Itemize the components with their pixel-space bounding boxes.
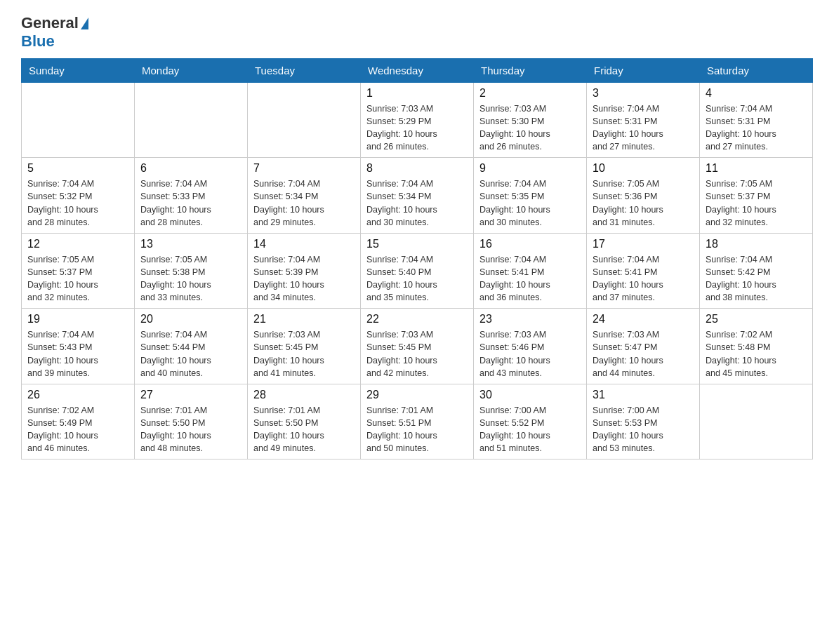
day-info: Sunrise: 7:03 AM Sunset: 5:45 PM Dayligh…: [366, 328, 468, 380]
calendar-cell: 8Sunrise: 7:04 AM Sunset: 5:34 PM Daylig…: [361, 158, 474, 234]
column-header-monday: Monday: [135, 58, 248, 82]
calendar-cell: 25Sunrise: 7:02 AM Sunset: 5:48 PM Dayli…: [700, 309, 813, 384]
day-number: 21: [253, 313, 355, 326]
calendar-cell: 15Sunrise: 7:04 AM Sunset: 5:40 PM Dayli…: [361, 233, 474, 309]
day-info: Sunrise: 7:05 AM Sunset: 5:38 PM Dayligh…: [140, 253, 241, 304]
day-info: Sunrise: 7:01 AM Sunset: 5:50 PM Dayligh…: [140, 404, 241, 455]
column-header-thursday: Thursday: [474, 58, 587, 82]
calendar-cell: 29Sunrise: 7:01 AM Sunset: 5:51 PM Dayli…: [361, 384, 474, 459]
calendar-cell: 13Sunrise: 7:05 AM Sunset: 5:38 PM Dayli…: [135, 233, 248, 309]
day-info: Sunrise: 7:03 AM Sunset: 5:30 PM Dayligh…: [479, 102, 581, 154]
day-info: Sunrise: 7:04 AM Sunset: 5:39 PM Dayligh…: [253, 253, 355, 304]
day-number: 19: [27, 313, 128, 326]
day-info: Sunrise: 7:02 AM Sunset: 5:49 PM Dayligh…: [27, 404, 128, 455]
calendar-cell: 19Sunrise: 7:04 AM Sunset: 5:43 PM Dayli…: [22, 309, 135, 384]
day-info: Sunrise: 7:00 AM Sunset: 5:52 PM Dayligh…: [479, 404, 581, 455]
calendar-cell: 12Sunrise: 7:05 AM Sunset: 5:37 PM Dayli…: [22, 233, 135, 309]
calendar-table: SundayMondayTuesdayWednesdayThursdayFrid…: [21, 58, 813, 460]
logo: General Blue: [21, 14, 88, 51]
day-number: 30: [479, 389, 581, 401]
day-info: Sunrise: 7:04 AM Sunset: 5:35 PM Dayligh…: [479, 177, 581, 229]
calendar-cell: [135, 82, 248, 158]
day-number: 6: [140, 162, 241, 175]
day-number: 20: [140, 313, 241, 326]
logo-blue-text: Blue: [21, 32, 88, 51]
day-number: 23: [479, 313, 581, 326]
calendar-cell: 24Sunrise: 7:03 AM Sunset: 5:47 PM Dayli…: [587, 309, 700, 384]
calendar-cell: 21Sunrise: 7:03 AM Sunset: 5:45 PM Dayli…: [248, 309, 361, 384]
logo-general-text: General: [21, 14, 88, 32]
day-number: 22: [366, 313, 468, 326]
calendar-cell: 1Sunrise: 7:03 AM Sunset: 5:29 PM Daylig…: [361, 82, 474, 158]
calendar-cell: 20Sunrise: 7:04 AM Sunset: 5:44 PM Dayli…: [135, 309, 248, 384]
day-info: Sunrise: 7:04 AM Sunset: 5:33 PM Dayligh…: [140, 177, 241, 229]
day-number: 14: [253, 238, 355, 250]
day-info: Sunrise: 7:03 AM Sunset: 5:29 PM Dayligh…: [366, 102, 468, 154]
calendar-cell: 6Sunrise: 7:04 AM Sunset: 5:33 PM Daylig…: [135, 158, 248, 234]
day-info: Sunrise: 7:04 AM Sunset: 5:31 PM Dayligh…: [706, 102, 807, 154]
calendar-cell: 5Sunrise: 7:04 AM Sunset: 5:32 PM Daylig…: [22, 158, 135, 234]
calendar-cell: 7Sunrise: 7:04 AM Sunset: 5:34 PM Daylig…: [248, 158, 361, 234]
day-number: 8: [366, 162, 468, 175]
day-info: Sunrise: 7:03 AM Sunset: 5:45 PM Dayligh…: [253, 328, 355, 380]
day-info: Sunrise: 7:05 AM Sunset: 5:37 PM Dayligh…: [27, 253, 128, 304]
day-info: Sunrise: 7:04 AM Sunset: 5:41 PM Dayligh…: [593, 253, 694, 304]
day-number: 3: [593, 87, 694, 100]
calendar-cell: 3Sunrise: 7:04 AM Sunset: 5:31 PM Daylig…: [587, 82, 700, 158]
day-number: 28: [253, 389, 355, 401]
day-number: 9: [479, 162, 581, 175]
calendar-cell: 18Sunrise: 7:04 AM Sunset: 5:42 PM Dayli…: [700, 233, 813, 309]
day-info: Sunrise: 7:00 AM Sunset: 5:53 PM Dayligh…: [593, 404, 694, 455]
calendar-cell: 10Sunrise: 7:05 AM Sunset: 5:36 PM Dayli…: [587, 158, 700, 234]
calendar-cell: [700, 384, 813, 459]
calendar-cell: 27Sunrise: 7:01 AM Sunset: 5:50 PM Dayli…: [135, 384, 248, 459]
day-number: 1: [366, 87, 468, 100]
day-number: 18: [706, 238, 807, 250]
day-number: 2: [479, 87, 581, 100]
day-number: 27: [140, 389, 241, 401]
calendar-week-3: 12Sunrise: 7:05 AM Sunset: 5:37 PM Dayli…: [22, 233, 813, 309]
day-number: 11: [706, 162, 807, 175]
logo-triangle-icon: [81, 18, 88, 29]
calendar-cell: 4Sunrise: 7:04 AM Sunset: 5:31 PM Daylig…: [700, 82, 813, 158]
calendar-cell: 31Sunrise: 7:00 AM Sunset: 5:53 PM Dayli…: [587, 384, 700, 459]
calendar-cell: 22Sunrise: 7:03 AM Sunset: 5:45 PM Dayli…: [361, 309, 474, 384]
day-info: Sunrise: 7:04 AM Sunset: 5:34 PM Dayligh…: [253, 177, 355, 229]
column-header-tuesday: Tuesday: [248, 58, 361, 82]
calendar-cell: 16Sunrise: 7:04 AM Sunset: 5:41 PM Dayli…: [474, 233, 587, 309]
day-info: Sunrise: 7:03 AM Sunset: 5:46 PM Dayligh…: [479, 328, 581, 380]
day-number: 26: [27, 389, 128, 401]
day-info: Sunrise: 7:02 AM Sunset: 5:48 PM Dayligh…: [706, 328, 807, 380]
column-header-friday: Friday: [587, 58, 700, 82]
day-info: Sunrise: 7:04 AM Sunset: 5:42 PM Dayligh…: [706, 253, 807, 304]
page-header: General Blue: [21, 14, 813, 51]
day-number: 25: [706, 313, 807, 326]
calendar-cell: [248, 82, 361, 158]
day-info: Sunrise: 7:05 AM Sunset: 5:36 PM Dayligh…: [593, 177, 694, 229]
day-info: Sunrise: 7:03 AM Sunset: 5:47 PM Dayligh…: [593, 328, 694, 380]
calendar-week-5: 26Sunrise: 7:02 AM Sunset: 5:49 PM Dayli…: [22, 384, 813, 459]
day-number: 12: [27, 238, 128, 250]
day-number: 13: [140, 238, 241, 250]
logo-container: General Blue: [21, 14, 88, 51]
day-info: Sunrise: 7:04 AM Sunset: 5:44 PM Dayligh…: [140, 328, 241, 380]
day-info: Sunrise: 7:04 AM Sunset: 5:34 PM Dayligh…: [366, 177, 468, 229]
day-info: Sunrise: 7:04 AM Sunset: 5:31 PM Dayligh…: [593, 102, 694, 154]
day-number: 4: [706, 87, 807, 100]
day-number: 5: [27, 162, 128, 175]
calendar-week-1: 1Sunrise: 7:03 AM Sunset: 5:29 PM Daylig…: [22, 82, 813, 158]
day-info: Sunrise: 7:05 AM Sunset: 5:37 PM Dayligh…: [706, 177, 807, 229]
day-info: Sunrise: 7:04 AM Sunset: 5:41 PM Dayligh…: [479, 253, 581, 304]
column-header-wednesday: Wednesday: [361, 58, 474, 82]
calendar-cell: 26Sunrise: 7:02 AM Sunset: 5:49 PM Dayli…: [22, 384, 135, 459]
day-number: 16: [479, 238, 581, 250]
calendar-week-4: 19Sunrise: 7:04 AM Sunset: 5:43 PM Dayli…: [22, 309, 813, 384]
day-number: 17: [593, 238, 694, 250]
column-header-saturday: Saturday: [700, 58, 813, 82]
day-info: Sunrise: 7:01 AM Sunset: 5:51 PM Dayligh…: [366, 404, 468, 455]
calendar-cell: 11Sunrise: 7:05 AM Sunset: 5:37 PM Dayli…: [700, 158, 813, 234]
calendar-cell: [22, 82, 135, 158]
day-number: 10: [593, 162, 694, 175]
day-number: 7: [253, 162, 355, 175]
column-header-sunday: Sunday: [22, 58, 135, 82]
